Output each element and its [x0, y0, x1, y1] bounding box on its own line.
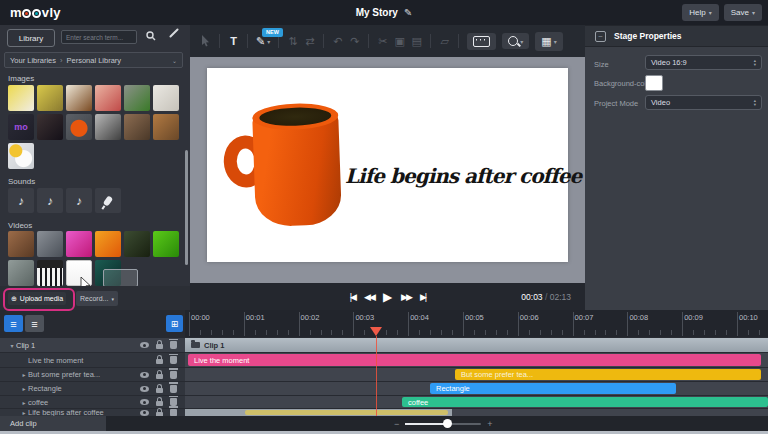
- library-tab[interactable]: Library: [7, 29, 55, 47]
- search-icon[interactable]: [146, 31, 156, 41]
- ruler-tick: [627, 312, 628, 336]
- clip-bar-live-the-moment[interactable]: Live the moment: [188, 354, 761, 366]
- zoom-slider-handle[interactable]: [443, 419, 452, 428]
- playhead-handle[interactable]: [370, 327, 382, 336]
- video-hand-brown[interactable]: [8, 231, 34, 257]
- trash-icon[interactable]: [170, 398, 177, 406]
- clip-bar-but-some-prefer-tea-[interactable]: But some prefer tea...: [455, 369, 761, 380]
- track-caret-icon[interactable]: ▸: [20, 399, 28, 406]
- sound-microphone[interactable]: [95, 188, 121, 213]
- layout-menu-icon[interactable]: ▦▾: [535, 32, 562, 51]
- zoom-out-icon[interactable]: −: [394, 419, 399, 429]
- thumb-excited-woman[interactable]: [95, 85, 121, 111]
- skip-to-start-button[interactable]: |◀: [350, 292, 355, 302]
- stage-properties-header[interactable]: – Stage Properties: [585, 25, 768, 47]
- lock-icon[interactable]: [156, 401, 163, 406]
- search-input[interactable]: Enter search term...: [61, 30, 137, 44]
- lock-icon[interactable]: [156, 344, 163, 349]
- eye-icon[interactable]: [140, 342, 149, 348]
- clip-bar-coffee[interactable]: coffee: [402, 397, 768, 407]
- thumb-moo-logo[interactable]: mo: [8, 114, 34, 140]
- trash-icon[interactable]: [170, 385, 177, 393]
- lock-icon[interactable]: [156, 374, 163, 379]
- breadcrumb-root[interactable]: Your Libraries: [10, 56, 56, 65]
- track-row-but-some-prefer-tea-[interactable]: ▸But some prefer tea...: [0, 368, 185, 381]
- thumb-holly-berries[interactable]: [124, 85, 150, 111]
- timeline-options-button[interactable]: ⊞: [166, 315, 183, 332]
- thumb-latte-cup[interactable]: [66, 85, 92, 111]
- thumb-weather-sun-cloud[interactable]: [8, 143, 34, 169]
- ruler-tick: [189, 312, 190, 336]
- trash-icon[interactable]: [170, 341, 177, 349]
- ruler-label: 00:09: [684, 313, 703, 322]
- stage-text[interactable]: Life begins after coffee: [345, 164, 561, 188]
- thumb-yellow-duck[interactable]: [37, 85, 63, 111]
- video-gray-blur[interactable]: [8, 260, 34, 286]
- stage[interactable]: Life begins after coffee: [207, 68, 568, 262]
- timeline-view-list-button[interactable]: ≡: [4, 315, 23, 332]
- track-row-life-begins-after-coffee[interactable]: ▸Life begins after coffee: [0, 409, 185, 416]
- keyboard-shortcuts-icon[interactable]: [467, 33, 496, 50]
- eye-icon[interactable]: [140, 399, 149, 405]
- video-castle[interactable]: [37, 231, 63, 257]
- record-button[interactable]: Record...▾: [76, 291, 118, 306]
- shape-tool-icon[interactable]: ✎▾NEW: [256, 35, 270, 48]
- video-dark-animal[interactable]: [124, 231, 150, 257]
- track-row-rectangle[interactable]: ▸Rectangle: [0, 382, 185, 395]
- lock-icon[interactable]: [156, 388, 163, 393]
- collapse-icon[interactable]: –: [595, 31, 606, 42]
- trash-icon[interactable]: [170, 356, 177, 364]
- lock-icon[interactable]: [156, 359, 163, 364]
- library-breadcrumb[interactable]: Your Libraries › Personal Library ⌄: [4, 52, 183, 68]
- coffee-mug-graphic[interactable]: [230, 102, 344, 231]
- draw-pen-icon[interactable]: [169, 28, 179, 38]
- track-caret-icon[interactable]: ▸: [20, 371, 28, 378]
- track-row-coffee[interactable]: ▸coffee: [0, 396, 185, 408]
- background-color-swatch[interactable]: [645, 75, 663, 91]
- clip-bar-clip-1[interactable]: Clip 1: [185, 338, 768, 352]
- trash-icon[interactable]: [170, 371, 177, 379]
- sound-clip-3[interactable]: ♪: [66, 188, 92, 213]
- thumb-street-bw[interactable]: [95, 114, 121, 140]
- eye-icon[interactable]: [140, 386, 149, 392]
- track-caret-icon[interactable]: ▸: [20, 385, 28, 392]
- thumb-concert-dark[interactable]: [37, 114, 63, 140]
- save-button[interactable]: Save▾: [724, 4, 762, 21]
- track-caret-icon[interactable]: ▾: [8, 342, 16, 349]
- thumb-man-face[interactable]: [124, 114, 150, 140]
- timeline-view-compact-button[interactable]: ≡: [25, 315, 44, 332]
- project-mode-select[interactable]: Video ▴▾: [645, 95, 762, 110]
- video-green-leaves[interactable]: [153, 231, 179, 257]
- clip-bar-life-begins-after-coffee[interactable]: [245, 410, 448, 415]
- timeline-ruler[interactable]: 00:0000:0100:0200:0300:0400:0500:0600:07…: [185, 310, 768, 337]
- zoom-menu-icon[interactable]: ▾: [502, 33, 529, 49]
- zoom-slider[interactable]: [405, 423, 481, 425]
- thumb-wood-figure[interactable]: [153, 114, 179, 140]
- track-caret-icon[interactable]: ▸: [20, 409, 28, 416]
- add-clip-button[interactable]: Add clip: [0, 416, 106, 431]
- video-piano-keys[interactable]: [37, 260, 63, 286]
- clip-bar-rectangle[interactable]: Rectangle: [430, 383, 676, 394]
- sound-clip-2[interactable]: ♪: [37, 188, 63, 213]
- thumb-orange-mug[interactable]: [66, 114, 92, 140]
- edit-title-icon[interactable]: ✎: [404, 7, 412, 18]
- sound-clip-1[interactable]: ♪: [8, 188, 34, 213]
- track-row-clip-1[interactable]: ▾Clip 1: [0, 338, 185, 352]
- eye-icon[interactable]: [140, 410, 149, 416]
- video-orange-burst[interactable]: [95, 231, 121, 257]
- fast-forward-button[interactable]: ▶▶: [401, 292, 411, 302]
- thumb-comic-woman[interactable]: [8, 85, 34, 111]
- breadcrumb-current[interactable]: Personal Library: [67, 56, 122, 65]
- rewind-button[interactable]: ◀◀: [364, 292, 374, 302]
- zoom-in-icon[interactable]: +: [487, 419, 492, 429]
- track-row-live-the-moment[interactable]: Live the moment: [0, 353, 185, 367]
- library-scrollbar[interactable]: [185, 150, 188, 265]
- text-tool-icon[interactable]: T: [228, 35, 239, 47]
- skip-to-end-button[interactable]: ▶|: [420, 292, 425, 302]
- video-magenta-gradient[interactable]: [66, 231, 92, 257]
- play-button[interactable]: ▶: [383, 290, 392, 304]
- size-select[interactable]: Video 16:9 ▴▾: [645, 55, 762, 70]
- help-button[interactable]: Help▾: [682, 4, 718, 21]
- thumb-car-snow[interactable]: [153, 85, 179, 111]
- eye-icon[interactable]: [140, 372, 149, 378]
